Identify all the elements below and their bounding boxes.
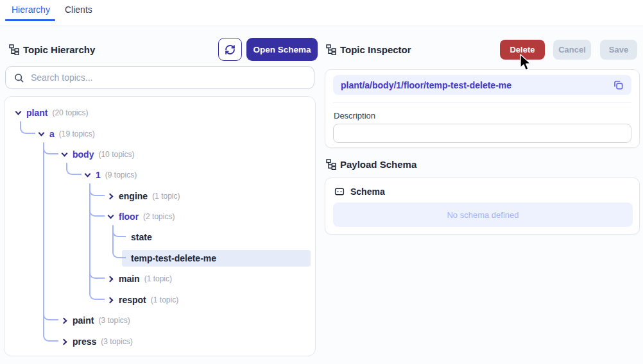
chevron-down-icon[interactable] (15, 108, 22, 115)
schema-row: Schema (334, 186, 385, 197)
tree-node-label: press (73, 336, 96, 347)
page-background: Hierarchy Clients Topic Hierarchy Open S… (0, 0, 643, 364)
chevron-right-icon[interactable] (107, 276, 114, 282)
tree-node-count: (3 topics) (101, 337, 132, 346)
tree-node-plant[interactable]: plant (20 topics) (4, 104, 314, 121)
divider (333, 103, 631, 103)
tree-node-main[interactable]: main (1 topic) (4, 270, 314, 287)
tree-node-respot[interactable]: respot (1 topic) (4, 292, 314, 308)
tree-node-temp-test-delete-me[interactable]: temp-test-delete-me (4, 250, 314, 267)
chevron-down-icon[interactable] (62, 150, 68, 156)
tree-node-count: (3 topics) (98, 316, 130, 325)
tree-node-count: (1 topic) (151, 295, 178, 304)
chevron-right-icon[interactable] (61, 317, 67, 324)
hierarchy-icon (326, 159, 336, 170)
active-tab-underline (5, 19, 55, 21)
schema-label: Schema (350, 186, 385, 197)
hierarchy-icon (326, 44, 336, 55)
right-panel-title: Topic Inspector (340, 44, 411, 55)
refresh-button[interactable] (218, 38, 242, 61)
tree-node-label: plant (26, 108, 47, 118)
tree-node-count: (10 topics) (98, 150, 134, 159)
tab-hierarchy[interactable]: Hierarchy (12, 4, 50, 15)
payload-schema-card: Schema No schema defined (325, 178, 640, 235)
tree-node-count: (2 topics) (143, 212, 175, 221)
tree-node-body[interactable]: body (10 topics) (4, 146, 314, 163)
payload-schema-title: Payload Schema (340, 159, 416, 170)
tree-node-label: 1 (96, 170, 101, 180)
tree-node-state[interactable]: state (4, 229, 314, 245)
chevron-right-icon[interactable] (61, 338, 67, 345)
left-panel-title: Topic Hierarchy (23, 44, 95, 55)
description-input[interactable] (333, 124, 631, 143)
tree-node-label: main (119, 274, 140, 284)
tree-node-engine[interactable]: engine (1 topic) (4, 188, 314, 204)
topic-inspector-card: plant/a/body/1/floor/temp-test-delete-me… (325, 69, 640, 148)
chevron-down-icon[interactable] (108, 212, 114, 219)
tree-node-floor[interactable]: floor (2 topics) (4, 208, 314, 225)
refresh-icon (225, 44, 236, 55)
tree-node-count: (1 topic) (144, 274, 172, 283)
search-input[interactable] (31, 72, 307, 83)
tree-node-press[interactable]: press (3 topics) (4, 333, 314, 350)
topic-path: plant/a/body/1/floor/temp-test-delete-me (341, 80, 610, 90)
tab-clients[interactable]: Clients (65, 4, 92, 15)
chevron-right-icon[interactable] (107, 297, 114, 303)
copy-button[interactable] (610, 77, 626, 94)
description-label: Description (334, 111, 375, 120)
tree-node-paint[interactable]: paint (3 topics) (4, 312, 314, 329)
tree-node-1[interactable]: 1 (9 topics) (4, 167, 314, 183)
copy-icon (612, 79, 624, 91)
tree-node-label: body (73, 149, 94, 160)
chevron-down-icon[interactable] (85, 170, 91, 177)
cancel-button[interactable]: Cancel (553, 40, 591, 60)
tree-node-label: paint (73, 315, 94, 326)
open-schema-button[interactable]: Open Schema (246, 38, 318, 61)
topic-path-field: plant/a/body/1/floor/temp-test-delete-me (333, 75, 631, 95)
search-icon (13, 72, 24, 83)
tree-node-count: (1 topic) (152, 192, 180, 201)
tree-node-label: state (131, 232, 152, 242)
schema-icon (334, 186, 345, 197)
tree-node-a[interactable]: a (19 topics) (4, 126, 314, 142)
tree-node-count: (20 topics) (52, 108, 88, 117)
save-button[interactable]: Save (600, 40, 637, 60)
tab-bar: Hierarchy Clients (0, 0, 643, 26)
topic-tree: plant (20 topics) a (19 topics) body (10… (4, 96, 316, 356)
tree-node-count: (19 topics) (59, 129, 95, 138)
chevron-down-icon[interactable] (39, 129, 45, 136)
tree-node-label: engine (119, 191, 148, 201)
hierarchy-icon (9, 44, 19, 55)
tree-node-label: a (49, 129, 55, 139)
search-box (5, 66, 314, 89)
tree-node-label: temp-test-delete-me (131, 253, 216, 263)
tree-node-label: floor (119, 211, 139, 222)
tree-node-label: respot (119, 295, 146, 305)
delete-button[interactable]: Delete (500, 40, 545, 60)
chevron-right-icon[interactable] (107, 193, 114, 199)
no-schema-placeholder: No schema defined (333, 203, 633, 227)
tree-node-count: (9 topics) (105, 170, 137, 179)
